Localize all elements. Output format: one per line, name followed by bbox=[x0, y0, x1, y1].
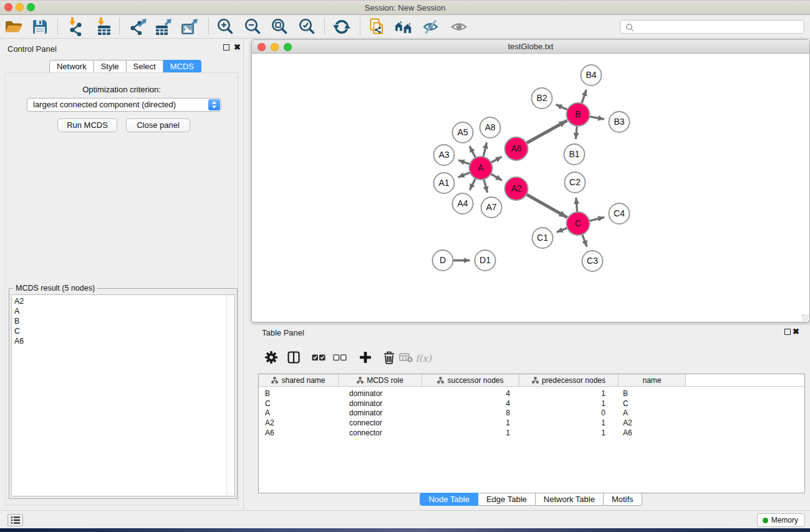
import-network-icon bbox=[65, 17, 84, 36]
memory-label: Memory bbox=[771, 516, 798, 525]
toolbar-separator bbox=[360, 18, 360, 35]
export-image-button[interactable] bbox=[176, 17, 203, 37]
result-item[interactable]: A bbox=[12, 306, 234, 316]
network-window-titlebar[interactable]: testGlobe.txt bbox=[252, 40, 809, 54]
node-label: B4 bbox=[586, 70, 596, 80]
node-label: C2 bbox=[569, 177, 581, 187]
table-row[interactable]: Cdominator41C bbox=[259, 399, 804, 409]
save-session-button[interactable] bbox=[26, 17, 54, 37]
result-scrollbar bbox=[226, 295, 234, 496]
tab-node-table[interactable]: Node Table bbox=[420, 493, 478, 506]
node-label: A1 bbox=[438, 178, 449, 188]
network-close-button[interactable] bbox=[258, 43, 266, 51]
dropdown-stepper-icon bbox=[208, 99, 220, 110]
tab-mcds[interactable]: MCDS bbox=[163, 60, 201, 73]
zoom-in-icon bbox=[216, 17, 234, 36]
table-row[interactable]: Adominator80A bbox=[259, 409, 804, 418]
close-panel-button[interactable]: Close panel bbox=[126, 118, 190, 132]
hide-glass-panel-button[interactable] bbox=[417, 17, 445, 37]
network-minimize-button[interactable] bbox=[271, 43, 279, 51]
task-history-button[interactable] bbox=[7, 514, 23, 526]
apply-style-button[interactable] bbox=[328, 17, 355, 37]
export-image-icon bbox=[180, 17, 199, 36]
show-glass-panel-button[interactable] bbox=[445, 17, 473, 37]
column-label: name bbox=[642, 376, 661, 385]
table-settings-button[interactable] bbox=[260, 348, 282, 367]
table-cell: C bbox=[259, 399, 339, 408]
select-all-button[interactable] bbox=[307, 348, 330, 367]
tab-network[interactable]: Network bbox=[49, 60, 94, 73]
resize-grip[interactable] bbox=[802, 314, 809, 321]
table-row[interactable]: A6connector11A6 bbox=[259, 428, 804, 438]
result-item[interactable]: B bbox=[12, 316, 234, 326]
attribute-icon bbox=[532, 377, 539, 384]
mcds-result-title: MCDS result (5 nodes) bbox=[13, 284, 97, 293]
result-item[interactable]: C bbox=[12, 326, 234, 336]
result-item[interactable]: A6 bbox=[12, 336, 234, 346]
memory-button[interactable]: Memory bbox=[757, 513, 805, 527]
network-window-controls bbox=[258, 43, 292, 51]
open-folder-icon bbox=[4, 19, 23, 35]
export-network-button[interactable] bbox=[125, 17, 152, 37]
node-label: C4 bbox=[614, 208, 625, 218]
node-label: D bbox=[440, 255, 446, 265]
close-table-panel-icon[interactable]: ✖ bbox=[793, 327, 799, 336]
table-cell: dominator bbox=[339, 389, 422, 398]
tab-motifs[interactable]: Motifs bbox=[604, 493, 642, 506]
home-button[interactable] bbox=[390, 17, 417, 37]
criterion-dropdown[interactable]: largest connected component (directed) bbox=[27, 98, 221, 112]
toolbar-separator bbox=[324, 18, 325, 35]
tab-select[interactable]: Select bbox=[127, 60, 163, 73]
node-label: A2 bbox=[511, 183, 521, 193]
zoom-out-button[interactable] bbox=[239, 17, 266, 37]
column-header-name[interactable]: name bbox=[619, 374, 686, 386]
export-table-icon bbox=[154, 17, 173, 36]
close-panel-icon[interactable]: ✖ bbox=[234, 42, 241, 52]
open-session-button[interactable] bbox=[0, 17, 27, 37]
tab-style[interactable]: Style bbox=[94, 60, 127, 73]
deselect-all-button[interactable] bbox=[329, 348, 351, 367]
table-cell: 0 bbox=[519, 409, 619, 417]
column-header-successor-nodes[interactable]: successor nodes bbox=[422, 374, 519, 386]
plus-icon bbox=[360, 352, 371, 363]
run-mcds-button[interactable]: Run MCDS bbox=[57, 118, 117, 132]
tab-edge-table[interactable]: Edge Table bbox=[478, 493, 536, 506]
table-row[interactable]: Bdominator41B bbox=[259, 389, 804, 399]
node-label: C3 bbox=[587, 256, 598, 266]
table-cell: connector bbox=[339, 428, 422, 437]
column-header-predecessor-nodes[interactable]: predecessor nodes bbox=[519, 374, 619, 386]
table-cell: connector bbox=[339, 418, 422, 427]
export-network-icon bbox=[129, 17, 148, 36]
column-header-MCDS-role[interactable]: MCDS role bbox=[339, 374, 422, 386]
table-cell: 1 bbox=[422, 428, 519, 437]
zoom-in-button[interactable] bbox=[211, 17, 239, 37]
export-table-button[interactable] bbox=[150, 17, 177, 37]
node-label: C bbox=[575, 218, 581, 228]
open-session-file-button[interactable] bbox=[363, 17, 390, 37]
table-cell: C bbox=[619, 399, 686, 408]
table-cell: 1 bbox=[519, 399, 619, 408]
zoom-selected-button[interactable] bbox=[293, 17, 321, 37]
column-label: successor nodes bbox=[447, 376, 503, 385]
result-item[interactable]: A2 bbox=[12, 296, 234, 306]
zoom-fit-button[interactable] bbox=[266, 17, 293, 37]
table-header-row: shared nameMCDS rolesuccessor nodesprede… bbox=[259, 374, 804, 387]
checked-boxes-icon bbox=[312, 354, 325, 361]
import-network-button[interactable] bbox=[61, 17, 89, 37]
table-cell: 4 bbox=[422, 389, 519, 398]
network-zoom-button[interactable] bbox=[284, 43, 292, 51]
network-canvas[interactable]: B4B2BB3A5A8A6A3B1AA1C2A2A4A7CC4C1C3DD1 bbox=[252, 54, 809, 320]
delete-table-icon bbox=[399, 352, 413, 362]
float-table-panel-icon[interactable] bbox=[784, 328, 791, 337]
float-panel-icon[interactable] bbox=[223, 44, 229, 52]
tab-network-table[interactable]: Network Table bbox=[536, 493, 604, 506]
add-column-button[interactable] bbox=[354, 348, 377, 367]
show-columns-button[interactable] bbox=[282, 348, 305, 367]
column-header-shared-name[interactable]: shared name bbox=[259, 374, 339, 386]
mcds-result-box: MCDS result (5 nodes) A2ABCA6 bbox=[9, 288, 238, 499]
table-row[interactable]: A2connector11A2 bbox=[259, 418, 804, 428]
search-input[interactable] bbox=[635, 21, 798, 32]
mcds-result-list: A2ABCA6 bbox=[11, 294, 235, 496]
function-builder-button[interactable]: f(x) bbox=[412, 349, 435, 368]
import-table-button[interactable] bbox=[90, 17, 117, 37]
